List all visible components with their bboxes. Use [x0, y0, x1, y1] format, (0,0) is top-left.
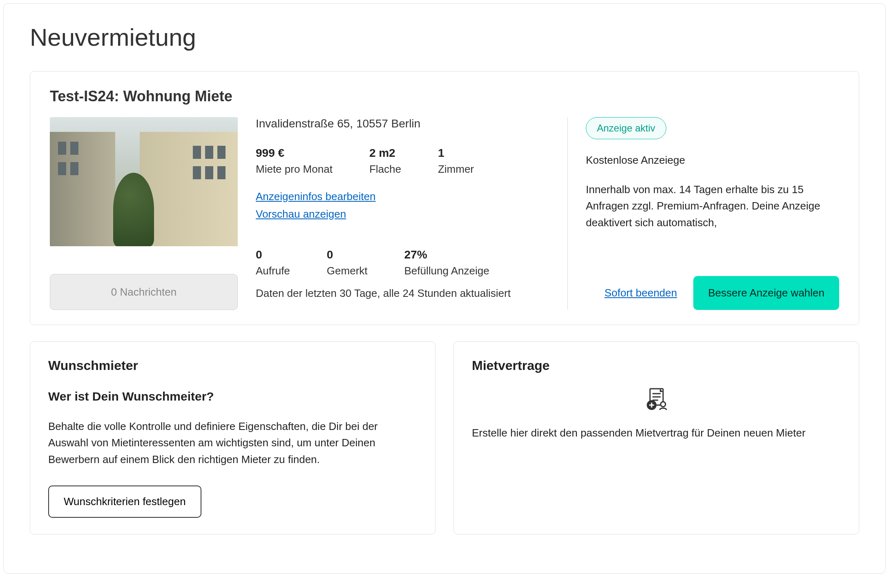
stats-caption: Daten der letzten 30 Tage, alle 24 Stund… [256, 287, 549, 300]
mietvertrage-card: Mietvertrage Erstelle hier direkt den pa… [453, 341, 859, 535]
fact-price-label: Miete pro Monat [256, 163, 333, 176]
mietvertrage-title: Mietvertrage [472, 358, 841, 373]
fact-rooms-value: 1 [438, 147, 474, 160]
listing-photo [50, 117, 238, 246]
status-badge: Anzeige aktiv [586, 117, 666, 139]
svg-point-7 [661, 402, 666, 407]
fact-rooms-label: Zimmer [438, 163, 474, 176]
fact-rooms: 1 Zimmer [438, 147, 474, 176]
stat-fill: 27% Befüllung Anzeige [404, 248, 489, 277]
listing-title: Test-IS24: Wohnung Miete [50, 88, 839, 105]
stat-saved-label: Gemerkt [327, 265, 368, 277]
wunschmieter-subtitle: Wer ist Dein Wunschmeiter? [48, 390, 417, 403]
fact-price: 999 € Miete pro Monat [256, 147, 333, 176]
wunschmieter-body: Behalte die volle Kontrolle und definier… [48, 418, 417, 468]
stat-fill-value: 27% [404, 248, 489, 261]
listing-card: Test-IS24: Wohnung Miete [30, 71, 859, 325]
listing-address: Invalidenstraße 65, 10557 Berlin [256, 117, 549, 130]
end-now-link[interactable]: Sofort beenden [604, 287, 677, 299]
set-criteria-button[interactable]: Wunschkriterien festlegen [48, 486, 201, 518]
stat-saved: 0 Gemerkt [327, 248, 368, 277]
preview-listing-link[interactable]: Vorschau anzeigen [256, 208, 346, 220]
status-body: Innerhalb von max. 14 Tagen erhalte bis … [586, 181, 839, 231]
messages-button[interactable]: 0 Nachrichten [50, 274, 238, 310]
mietvertrage-body: Erstelle hier direkt den passenden Mietv… [472, 425, 841, 441]
wunschmieter-title: Wunschmieter [48, 358, 417, 373]
stat-views: 0 Aufrufe [256, 248, 290, 277]
stat-views-value: 0 [256, 248, 290, 261]
fact-price-value: 999 € [256, 147, 333, 160]
fact-area-value: 2 m2 [369, 147, 401, 160]
upgrade-listing-button[interactable]: Bessere Anzeige wahlen [693, 276, 839, 310]
contract-icon [472, 386, 841, 412]
stat-saved-value: 0 [327, 248, 368, 261]
status-heading: Kostenlose Anzeiege [586, 154, 839, 167]
wunschmieter-card: Wunschmieter Wer ist Dein Wunschmeiter? … [30, 341, 436, 535]
vertical-divider [567, 117, 568, 310]
edit-listing-link[interactable]: Anzeigeninfos bearbeiten [256, 190, 375, 203]
stat-views-label: Aufrufe [256, 265, 290, 277]
page-title: Neuvermietung [30, 23, 859, 51]
fact-area-label: Flache [369, 163, 401, 176]
stat-fill-label: Befüllung Anzeige [404, 265, 489, 277]
fact-area: 2 m2 Flache [369, 147, 401, 176]
